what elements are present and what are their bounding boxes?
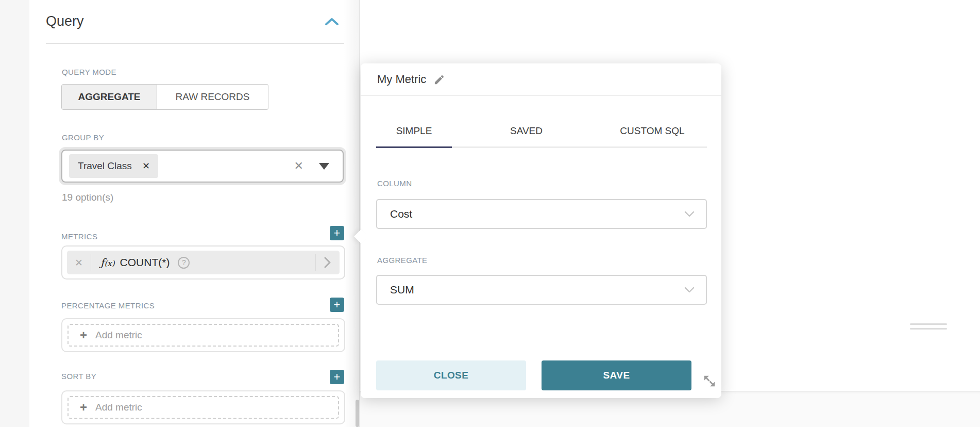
- group-by-select[interactable]: Travel Class ✕ ✕: [61, 150, 344, 183]
- add-percentage-metric-button[interactable]: +: [330, 298, 344, 312]
- pill-separator: [91, 254, 91, 271]
- resize-handle[interactable]: [910, 323, 947, 330]
- sort-by-container: + Add metric: [61, 390, 345, 424]
- tab-simple[interactable]: SIMPLE: [376, 115, 452, 146]
- query-mode-toggle: AGGREGATE RAW RECORDS: [61, 84, 268, 110]
- metric-expression: COUNT(*): [120, 256, 170, 269]
- explore-screen: Query QUERY MODE AGGREGATE RAW RECORDS G…: [0, 0, 980, 427]
- tab-custom-sql[interactable]: CUSTOM SQL: [598, 115, 707, 146]
- chevron-down-icon: [684, 211, 695, 217]
- aggregate-select[interactable]: SUM: [376, 275, 707, 305]
- aggregate-toggle-button[interactable]: AGGREGATE: [61, 84, 157, 110]
- raw-records-toggle-button[interactable]: RAW RECORDS: [157, 84, 268, 110]
- clear-all-icon[interactable]: ✕: [294, 160, 303, 172]
- column-value: Cost: [390, 208, 684, 220]
- query-mode-label: QUERY MODE: [62, 68, 116, 76]
- save-button[interactable]: SAVE: [542, 360, 691, 390]
- close-button[interactable]: CLOSE: [376, 360, 526, 390]
- help-icon[interactable]: ?: [178, 257, 190, 269]
- metric-edit-popover: My Metric SIMPLE SAVED CUSTOM SQL COLUMN…: [361, 63, 721, 398]
- collapse-chevron-up-icon[interactable]: [325, 17, 339, 28]
- group-by-tag[interactable]: Travel Class ✕: [69, 154, 158, 178]
- add-metric-placeholder: Add metric: [95, 330, 142, 341]
- metrics-label: METRICS: [61, 232, 97, 241]
- chevron-down-icon: [684, 287, 695, 293]
- sort-by-label: SORT BY: [61, 372, 96, 381]
- query-section-title: Query: [46, 13, 84, 29]
- popover-footer: CLOSE SAVE: [376, 360, 691, 390]
- group-by-tag-label: Travel Class: [78, 160, 132, 172]
- tag-remove-icon[interactable]: ✕: [142, 160, 150, 172]
- metric-pill[interactable]: ✕ ƒ(x) COUNT(*) ?: [67, 251, 340, 274]
- function-icon: ƒ(x): [100, 256, 115, 269]
- popover-header: My Metric: [361, 63, 721, 96]
- left-gutter: [0, 0, 29, 427]
- plus-icon: +: [80, 329, 87, 341]
- metric-remove-icon[interactable]: ✕: [67, 257, 91, 269]
- metric-tabs: SIMPLE SAVED CUSTOM SQL: [376, 115, 707, 148]
- add-sort-metric-dropzone[interactable]: + Add metric: [67, 396, 339, 419]
- aggregate-label: AGGREGATE: [377, 256, 428, 265]
- percentage-metrics-container: + Add metric: [61, 318, 345, 352]
- add-metric-button[interactable]: +: [330, 226, 344, 240]
- add-sort-metric-button[interactable]: +: [330, 370, 344, 384]
- group-by-label: GROUP BY: [62, 133, 104, 142]
- section-divider: [46, 43, 344, 44]
- plus-icon: +: [80, 401, 87, 414]
- group-by-options-hint: 19 option(s): [62, 192, 113, 203]
- popover-resize-icon[interactable]: [701, 372, 718, 392]
- column-label: COLUMN: [377, 179, 412, 188]
- metrics-container: ✕ ƒ(x) COUNT(*) ?: [61, 245, 345, 280]
- popover-title: My Metric: [377, 73, 426, 86]
- scrollbar-thumb[interactable]: [356, 400, 359, 427]
- add-percentage-metric-dropzone[interactable]: + Add metric: [67, 324, 339, 347]
- metric-expand-chevron-icon[interactable]: [316, 257, 340, 268]
- panel-edge-shadow: [344, 0, 359, 427]
- edit-pencil-icon[interactable]: [433, 74, 445, 86]
- aggregate-value: SUM: [390, 284, 684, 296]
- active-tab-indicator: [376, 146, 452, 148]
- tab-saved[interactable]: SAVED: [492, 115, 561, 146]
- percentage-metrics-label: PERCENTAGE METRICS: [61, 301, 155, 310]
- column-select[interactable]: Cost: [376, 199, 707, 229]
- add-metric-placeholder: Add metric: [95, 402, 142, 413]
- dropdown-caret-icon[interactable]: [319, 163, 329, 170]
